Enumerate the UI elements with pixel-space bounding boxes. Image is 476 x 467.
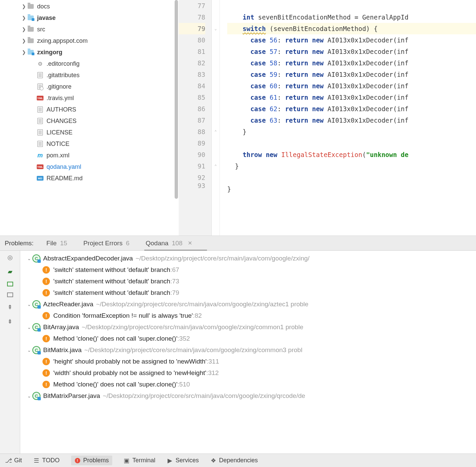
tree-item-CHANGES[interactable]: CHANGES <box>0 115 179 127</box>
code-line[interactable] <box>227 172 476 183</box>
chevron-down-icon[interactable]: ⌄ <box>26 302 32 307</box>
tree-item--travis-yml[interactable]: YML.travis.yml <box>0 92 179 104</box>
toolwindow-tab-git[interactable]: ⎇Git <box>5 457 22 464</box>
editor-gutter[interactable]: 7778798081828384858687888990919293 <box>179 0 212 236</box>
tree-item-src[interactable]: ❯src <box>0 24 179 35</box>
problems-file-node[interactable]: ⌄CBitMatrix.java~/Desktop/zxing/project/… <box>20 344 476 356</box>
toolwindow-tab-todo[interactable]: ☰TODO <box>33 457 60 464</box>
tree-scrollbar-thumb[interactable] <box>175 0 178 199</box>
fold-up-icon[interactable]: ⌃ <box>212 160 219 172</box>
code-line[interactable]: case 62: return new AI013x0x1xDecoder(in… <box>227 103 476 115</box>
sort-down-icon[interactable]: ⇟ <box>6 317 14 325</box>
code-line[interactable]: } <box>227 126 476 137</box>
problems-message[interactable]: !Condition 'formatException != null' is … <box>20 310 476 321</box>
tree-item--gitignore[interactable]: .gitignore <box>0 81 179 92</box>
toolwindow-tab-dependencies[interactable]: ❖Dependencies <box>210 457 258 464</box>
line-number[interactable]: 78 <box>179 11 205 23</box>
line-number[interactable]: 77 <box>179 0 205 11</box>
collapse-all-icon[interactable] <box>7 292 13 297</box>
target-icon[interactable]: ◎ <box>6 253 14 261</box>
tree-item-LICENSE[interactable]: LICENSE <box>0 127 179 138</box>
problems-file-node[interactable]: ⌄CAbstractExpandedDecoder.java~/Desktop/… <box>20 253 476 264</box>
problems-file-node[interactable]: ⌄CBitArray.java~/Desktop/zxing/project/c… <box>20 321 476 333</box>
code-line[interactable]: case 60: return new AI013x0x1xDecoder(in… <box>227 80 476 92</box>
tree-scrollbar[interactable] <box>174 0 179 236</box>
line-number[interactable]: 82 <box>179 57 205 69</box>
tree-item-README-md[interactable]: MDREADME.md <box>0 173 179 184</box>
problems-message[interactable]: !'switch' statement without 'default' br… <box>20 264 476 276</box>
code-line[interactable]: case 63: return new AI013x0x1xDecoder(in… <box>227 115 476 126</box>
tree-item-zxing-appspot-com[interactable]: ❯zxing.appspot.com <box>0 35 179 46</box>
code-line[interactable]: } <box>227 160 476 172</box>
chevron-down-icon[interactable]: ⌄ <box>26 348 32 353</box>
code-line[interactable]: case 59: return new AI013x0x1xDecoder(in… <box>227 69 476 80</box>
tree-item-AUTHORS[interactable]: AUTHORS <box>0 104 179 115</box>
line-number[interactable]: 90 <box>179 149 205 160</box>
expand-all-icon[interactable] <box>7 282 13 286</box>
toolwindow-tab-terminal[interactable]: ▣Terminal <box>124 457 155 464</box>
toolwindow-tab-problems[interactable]: !Problems <box>71 456 112 465</box>
chevron-right-icon[interactable]: ❯ <box>21 27 27 32</box>
tree-item-NOTICE[interactable]: NOTICE <box>0 138 179 150</box>
problems-tree[interactable]: ⌄CAbstractExpandedDecoder.java~/Desktop/… <box>20 251 476 454</box>
problems-message[interactable]: !'switch' statement without 'default' br… <box>20 276 476 287</box>
chevron-down-icon[interactable]: ⌄ <box>26 394 32 399</box>
tree-item--gitattributes[interactable]: .gitattributes <box>0 69 179 81</box>
code-line[interactable]: throw new IllegalStateException("unknown… <box>227 149 476 160</box>
line-number[interactable]: 86 <box>179 103 205 115</box>
problems-message[interactable]: !Method 'clone()' does not call 'super.c… <box>20 379 476 390</box>
line-number[interactable]: 79 <box>179 23 205 34</box>
code-line[interactable]: case 58: return new AI013x0x1xDecoder(in… <box>227 57 476 69</box>
chevron-right-icon[interactable]: ❯ <box>21 15 27 21</box>
tree-item--editorconfig[interactable]: ⚙.editorconfig <box>0 58 179 69</box>
line-number[interactable]: 80 <box>179 34 205 46</box>
problems-file-node[interactable]: ⌄CBitMatrixParser.java~/Desktop/zxing/pr… <box>20 390 476 402</box>
problems-tab-qodana[interactable]: Qodana108✕ <box>144 236 194 250</box>
line-number[interactable]: 81 <box>179 46 205 57</box>
problems-message[interactable]: !'switch' statement without 'default' br… <box>20 287 476 299</box>
tree-item-docs[interactable]: ❯docs <box>0 1 179 12</box>
close-icon[interactable]: ✕ <box>188 240 192 246</box>
tree-item-pom-xml[interactable]: mpom.xml <box>0 150 179 161</box>
code-line[interactable] <box>227 137 476 149</box>
line-number[interactable]: 85 <box>179 92 205 103</box>
tree-item-qodana-yaml[interactable]: YMLqodana.yaml <box>0 161 179 173</box>
line-number[interactable]: 93 <box>179 183 205 189</box>
code-editor[interactable]: 7778798081828384858687888990919293 ⌄⌃⌃ i… <box>179 0 476 236</box>
chevron-right-icon[interactable]: ❯ <box>21 4 27 9</box>
problems-message[interactable]: !Method 'clone()' does not call 'super.c… <box>20 333 476 344</box>
problems-tab-file[interactable]: File15 <box>45 236 69 250</box>
code-line[interactable] <box>227 0 476 11</box>
line-number[interactable]: 88 <box>179 126 205 137</box>
user-icon[interactable]: ▰ <box>6 268 14 276</box>
tree-item-zxingorg[interactable]: ❯zxingorg <box>0 46 179 58</box>
problems-message[interactable]: !'width' should probably not be assigned… <box>20 367 476 379</box>
problems-file-node[interactable]: ⌄CAztecReader.java~/Desktop/zxing/projec… <box>20 299 476 310</box>
sort-up-icon[interactable]: ⇞ <box>6 303 14 311</box>
line-number[interactable]: 91 <box>179 160 205 172</box>
code-area[interactable]: int sevenBitEncodationMethod = GeneralAp… <box>220 0 476 236</box>
tree-item-javase[interactable]: ❯javase <box>0 12 179 24</box>
fold-column[interactable]: ⌄⌃⌃ <box>212 0 220 236</box>
line-number[interactable]: 87 <box>179 115 205 126</box>
toolwindow-tab-services[interactable]: ▶Services <box>167 457 199 464</box>
line-number[interactable]: 89 <box>179 137 205 149</box>
code-line[interactable]: case 57: return new AI013x0x1xDecoder(in… <box>227 46 476 57</box>
code-line[interactable]: } <box>227 183 476 189</box>
code-line[interactable]: case 61: return new AI013x0x1xDecoder(in… <box>227 92 476 103</box>
line-number[interactable]: 92 <box>179 172 205 183</box>
fold-up-icon[interactable]: ⌃ <box>212 126 219 137</box>
code-line[interactable]: switch (sevenBitEncodationMethod) { <box>227 23 476 34</box>
line-number[interactable]: 84 <box>179 80 205 92</box>
fold-down-icon[interactable]: ⌄ <box>212 23 219 34</box>
problems-message[interactable]: !'height' should probably not be assigne… <box>20 356 476 367</box>
chevron-down-icon[interactable]: ⌄ <box>26 325 32 330</box>
chevron-right-icon[interactable]: ❯ <box>21 38 27 43</box>
code-line[interactable]: case 56: return new AI013x0x1xDecoder(in… <box>227 34 476 46</box>
chevron-down-icon[interactable]: ⌄ <box>26 256 32 261</box>
code-line[interactable]: int sevenBitEncodationMethod = GeneralAp… <box>227 11 476 23</box>
project-tree[interactable]: ❯docs❯javase❯src❯zxing.appspot.com❯zxing… <box>0 0 179 236</box>
line-number[interactable]: 83 <box>179 69 205 80</box>
problems-tab-project-errors[interactable]: Project Errors6 <box>82 236 131 250</box>
chevron-right-icon[interactable]: ❯ <box>21 50 27 55</box>
